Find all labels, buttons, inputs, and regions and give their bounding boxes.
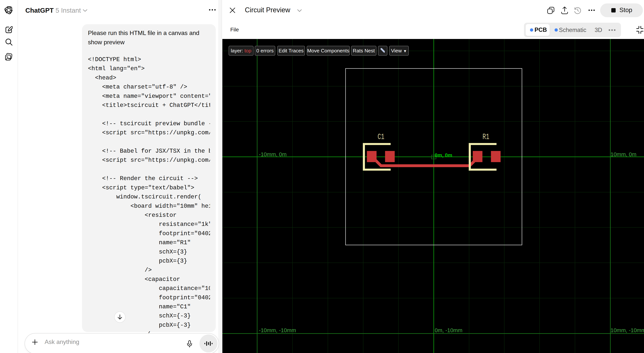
- svg-text:R1: R1: [482, 132, 489, 141]
- svg-text:-10mm, 0m: -10mm, 0m: [259, 151, 287, 157]
- svg-text:-10mm, -10mm: -10mm, -10mm: [259, 327, 296, 333]
- svg-text:10mm, 0m: 10mm, 0m: [610, 151, 636, 157]
- svg-text:10mm, -10mm: 10mm, -10mm: [610, 327, 644, 333]
- svg-text:C1: C1: [378, 132, 384, 141]
- svg-text:0m, -10mm: 0m, -10mm: [435, 327, 462, 333]
- svg-text:0m, 0m: 0m, 0m: [435, 152, 452, 158]
